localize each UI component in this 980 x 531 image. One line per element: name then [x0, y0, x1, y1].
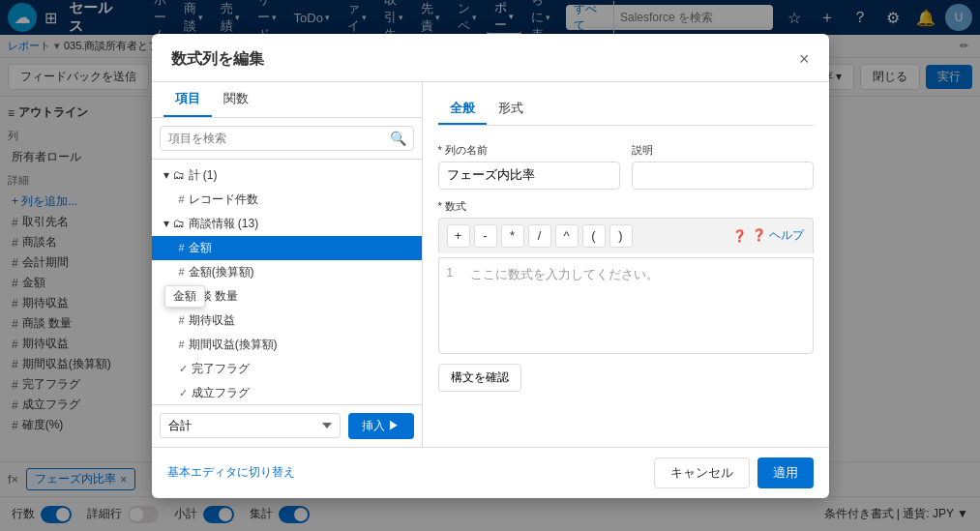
tooltip-text: 金額 — [173, 289, 196, 303]
op-minus[interactable]: - — [474, 224, 497, 248]
tab-general[interactable]: 全般 — [438, 94, 487, 125]
tooltip-popup: 金額 — [164, 285, 205, 308]
tree-item-expected[interactable]: # 期待収益 — [152, 309, 422, 333]
formula-desc-label: 説明 — [632, 143, 814, 158]
modal-body: 項目 関数 🔍 ▾ 🗂 計 (1) — [152, 82, 829, 447]
modal-right-panel: 全般 形式 * 列の名前 説明 * 数式 + — [423, 82, 829, 447]
modal-footer: 基本エディタに切り替え キャンセル 適用 — [152, 447, 829, 498]
switch-editor-link[interactable]: 基本エディタに切り替え — [167, 464, 295, 481]
tree-item-amount-converted[interactable]: # 金額(換算額) — [152, 260, 422, 284]
tree-item-amount-converted-label: 金額(換算額) — [189, 264, 254, 280]
tree-item-amount-converted-prefix: # — [179, 266, 185, 278]
help-link[interactable]: ❓ ❓ ヘルプ — [732, 227, 804, 244]
formula-editor[interactable]: 1 ここに数式を入力してください。 — [438, 257, 814, 354]
formula-section-label: * 数式 — [438, 199, 814, 214]
formula-name-input[interactable] — [438, 162, 620, 190]
formula-name-group: * 列の名前 — [438, 143, 620, 190]
tree-group-total-folder-icon: 🗂 — [173, 168, 185, 182]
modal-close-button[interactable]: × — [799, 49, 810, 70]
op-power[interactable]: ^ — [555, 224, 579, 248]
tree-item-established-flag[interactable]: ✓ 成立フラグ — [152, 381, 422, 404]
verify-syntax-button[interactable]: 構文を確認 — [438, 364, 521, 392]
tree-group-deal-info-folder-icon: 🗂 — [173, 217, 185, 230]
formula-editor-modal: 数式列を編集 × 項目 関数 🔍 ▾ — [152, 34, 829, 498]
help-label: ❓ ヘルプ — [752, 227, 804, 244]
op-divide[interactable]: / — [528, 224, 551, 248]
cancel-button[interactable]: キャンセル — [654, 457, 750, 488]
formula-desc-group: 説明 — [632, 143, 814, 190]
modal-left-tabs: 項目 関数 — [152, 82, 422, 118]
tree-item-record-count-label: レコード件数 — [189, 192, 258, 208]
modal-aggregate-area: 合計 平均 最大 最小 件数 挿入 ▶ — [152, 404, 422, 447]
tree-group-total-chevron: ▾ — [163, 168, 169, 182]
tree-item-amount-prefix: # — [179, 242, 185, 253]
tree-item-record-count-prefix: # — [179, 193, 185, 205]
modal-title: 数式列を編集 — [171, 49, 264, 70]
field-search-icon: 🔍 — [390, 131, 406, 146]
tab-fields[interactable]: 項目 — [163, 82, 212, 117]
op-multiply[interactable]: * — [501, 224, 524, 248]
formula-name-row: * 列の名前 説明 — [438, 143, 814, 190]
field-search-input[interactable] — [160, 126, 414, 151]
insert-button[interactable]: 挿入 ▶ — [348, 413, 413, 439]
tree-item-expected-label: 期待収益 — [189, 312, 235, 329]
formula-placeholder: ここに数式を入力してください。 — [470, 266, 659, 345]
formula-line-number: 1 — [447, 266, 462, 345]
tree-item-record-count[interactable]: # レコード件数 — [152, 188, 422, 212]
tree-item-done-flag-prefix: ✓ — [179, 363, 188, 375]
tree-group-deal-info-chevron: ▾ — [163, 217, 169, 230]
op-plus[interactable]: + — [447, 224, 470, 248]
aggregate-select[interactable]: 合計 平均 最大 最小 件数 — [160, 413, 342, 438]
formula-name-label: * 列の名前 — [438, 143, 620, 158]
tree-group-deal-info-header[interactable]: ▾ 🗂 商談情報 (13) — [152, 212, 422, 236]
tree-item-done-flag-label: 完了フラグ — [192, 361, 250, 377]
tree-item-done-flag[interactable]: ✓ 完了フラグ — [152, 357, 422, 381]
tree-item-period-revenue-label: 期間収益(換算額) — [189, 337, 278, 353]
tree-item-established-flag-prefix: ✓ — [179, 387, 188, 399]
tree-group-total-header[interactable]: ▾ 🗂 計 (1) — [152, 163, 422, 188]
modal-overlay: 数式列を編集 × 項目 関数 🔍 ▾ — [0, 0, 980, 531]
tree-group-deal-info: ▾ 🗂 商談情報 (13) # 金額 # 金額(換算額) — [152, 212, 422, 404]
tree-group-total: ▾ 🗂 計 (1) # レコード件数 — [152, 163, 422, 212]
modal-left-panel: 項目 関数 🔍 ▾ 🗂 計 (1) — [152, 82, 423, 447]
tree-item-amount[interactable]: # 金額 — [152, 236, 422, 260]
help-icon: ❓ — [732, 229, 747, 243]
tree-item-period-revenue[interactable]: # 期間収益(換算額) — [152, 333, 422, 357]
tree-group-deal-info-label: 商談情報 (13) — [189, 216, 259, 232]
modal-header: 数式列を編集 × — [152, 34, 829, 82]
op-open-paren[interactable]: ( — [582, 224, 606, 248]
tree-item-amount-label: 金額 — [189, 240, 212, 256]
formula-section: * 数式 + - * / ^ ( ) ❓ ❓ ヘルプ — [438, 199, 814, 354]
modal-right-tabs: 全般 形式 — [438, 94, 814, 126]
op-close-paren[interactable]: ) — [609, 224, 633, 248]
formula-operators: + - * / ^ ( ) ❓ ❓ ヘルプ — [438, 218, 814, 253]
tree-item-established-flag-label: 成立フラグ — [192, 385, 250, 401]
formula-desc-input[interactable] — [632, 162, 814, 190]
field-tree: ▾ 🗂 計 (1) # レコード件数 ▾ 🗂 — [152, 160, 422, 404]
tab-format[interactable]: 形式 — [487, 94, 535, 125]
tab-functions[interactable]: 関数 — [212, 82, 260, 117]
modal-footer-actions: キャンセル 適用 — [654, 457, 814, 488]
tree-item-expected-prefix: # — [179, 314, 185, 326]
tree-group-total-label: 計 (1) — [189, 167, 218, 184]
field-search-area: 🔍 — [152, 118, 422, 160]
apply-button[interactable]: 適用 — [757, 457, 814, 488]
tree-item-period-revenue-prefix: # — [179, 339, 185, 350]
